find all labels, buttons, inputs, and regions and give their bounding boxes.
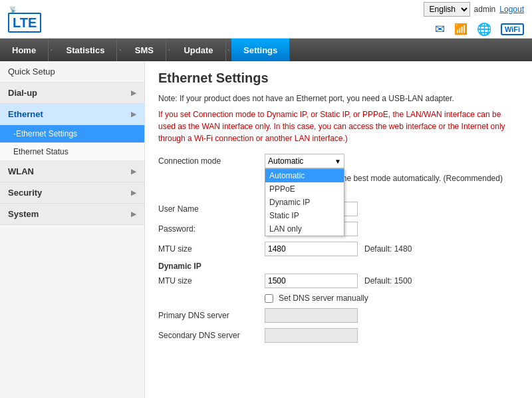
dynamic-ip-section-label: Dynamic IP bbox=[158, 262, 519, 271]
sidebar-label-ethernet: Ethernet bbox=[8, 109, 43, 119]
signal-icon: 📶 bbox=[454, 23, 467, 35]
sidebar-label-dial-up: Dial-up bbox=[8, 88, 37, 98]
top-bar: 📡 lte English admin Logout ✉ 📶 🌐 WiFi bbox=[0, 0, 532, 39]
top-icons: ✉ 📶 🌐 WiFi bbox=[435, 22, 524, 37]
chevron-right-icon-ethernet: ▶ bbox=[131, 110, 136, 118]
sidebar-item-dial-up[interactable]: Dial-up ▶ bbox=[0, 83, 144, 104]
chevron-right-icon: ▶ bbox=[131, 89, 136, 97]
nav-bar: Home · Statistics · SMS · Update · Setti… bbox=[0, 39, 532, 61]
top-right: English admin Logout ✉ 📶 🌐 WiFi bbox=[424, 2, 524, 37]
mtu-size-input[interactable]: 1480 bbox=[265, 242, 358, 256]
sidebar-label-quick-setup: Quick Setup bbox=[8, 67, 55, 77]
nav-sep-3: · bbox=[166, 39, 172, 61]
logout-link[interactable]: Logout bbox=[499, 5, 524, 14]
sidebar-label-wlan: WLAN bbox=[8, 166, 34, 176]
primary-dns-row: Primary DNS server bbox=[158, 308, 519, 323]
chevron-right-icon-system: ▶ bbox=[131, 210, 136, 218]
dropdown-option-static-ip[interactable]: Static IP bbox=[265, 209, 344, 222]
mtu-size-row: MTU size 1480 Default: 1480 bbox=[158, 242, 519, 256]
nav-sep-4: · bbox=[226, 39, 231, 61]
nav-sms[interactable]: SMS bbox=[123, 39, 166, 61]
nav-home[interactable]: Home bbox=[0, 39, 49, 61]
dropdown-option-automatic[interactable]: Automatic bbox=[265, 169, 344, 182]
language-select[interactable]: English bbox=[424, 2, 470, 17]
secondary-dns-input[interactable] bbox=[265, 328, 358, 343]
chevron-right-icon-wlan: ▶ bbox=[131, 168, 136, 175]
dropdown-option-pppoe[interactable]: PPPoE bbox=[265, 182, 344, 196]
sidebar-item-quick-setup[interactable]: Quick Setup bbox=[0, 61, 144, 83]
sidebar-item-ethernet-settings[interactable]: -Ethernet Settings bbox=[0, 125, 144, 143]
note-black: Note: If your product does not have an E… bbox=[158, 94, 519, 103]
dropdown-menu: Automatic PPPoE Dynamic IP Static IP LAN… bbox=[265, 168, 344, 236]
logo: lte bbox=[8, 13, 41, 33]
dns-checkbox[interactable] bbox=[265, 294, 273, 303]
wifi-icon[interactable]: WiFi bbox=[501, 23, 524, 35]
nav-statistics[interactable]: Statistics bbox=[55, 39, 118, 61]
logo-area: 📡 lte bbox=[8, 6, 41, 33]
secondary-dns-row: Secondary DNS server bbox=[158, 328, 519, 343]
mtu-default-hint: Default: 1480 bbox=[364, 244, 412, 254]
mail-icon[interactable]: ✉ bbox=[435, 22, 445, 37]
main-layout: Quick Setup Dial-up ▶ Ethernet ▶ -Ethern… bbox=[0, 61, 532, 398]
globe-icon[interactable]: 🌐 bbox=[477, 22, 491, 37]
mtu-default2-hint: Default: 1500 bbox=[364, 276, 412, 286]
sidebar-label-ethernet-settings: -Ethernet Settings bbox=[13, 129, 77, 138]
connection-mode-row: Connection mode Automatic ▼ Automatic PP… bbox=[158, 154, 519, 168]
mtu-size2-label: MTU size bbox=[158, 276, 265, 286]
sidebar-item-ethernet[interactable]: Ethernet ▶ bbox=[0, 104, 144, 125]
nav-sep-1: · bbox=[49, 39, 54, 61]
sidebar-item-ethernet-status[interactable]: Ethernet Status bbox=[0, 143, 144, 161]
sidebar-item-wlan[interactable]: WLAN ▶ bbox=[0, 161, 144, 182]
content-area: Ethernet Settings Note: If your product … bbox=[145, 61, 532, 398]
connection-mode-dropdown[interactable]: Automatic ▼ Automatic PPPoE Dynamic IP S… bbox=[265, 154, 344, 168]
dropdown-option-lan-only[interactable]: LAN only bbox=[265, 222, 344, 236]
mtu-size2-row: MTU size 1500 Default: 1500 bbox=[158, 274, 519, 288]
password-label: Password: bbox=[158, 224, 265, 234]
note-red: If you set Connection mode to Dynamic IP… bbox=[158, 108, 519, 144]
primary-dns-input[interactable] bbox=[265, 308, 358, 323]
primary-dns-label: Primary DNS server bbox=[158, 311, 265, 320]
secondary-dns-label: Secondary DNS server bbox=[158, 331, 265, 340]
sidebar: Quick Setup Dial-up ▶ Ethernet ▶ -Ethern… bbox=[0, 61, 145, 398]
sidebar-label-security: Security bbox=[8, 188, 42, 198]
dropdown-option-dynamic-ip[interactable]: Dynamic IP bbox=[265, 196, 344, 209]
dropdown-selected-value: Automatic bbox=[268, 156, 303, 166]
sidebar-item-security[interactable]: Security ▶ bbox=[0, 182, 144, 204]
username-label: User Name bbox=[158, 204, 265, 214]
connection-mode-label: Connection mode bbox=[158, 156, 265, 166]
mtu-size2-input[interactable]: 1500 bbox=[265, 274, 358, 288]
nav-update[interactable]: Update bbox=[172, 39, 225, 61]
nav-sep-2: · bbox=[117, 39, 122, 61]
nav-settings[interactable]: Settings bbox=[231, 39, 290, 61]
chevron-down-icon: ▼ bbox=[334, 158, 341, 165]
page-title: Ethernet Settings bbox=[158, 71, 519, 86]
sidebar-label-ethernet-status: Ethernet Status bbox=[13, 147, 68, 156]
admin-label: admin bbox=[474, 5, 496, 14]
chevron-right-icon-security: ▶ bbox=[131, 189, 136, 196]
sidebar-item-system[interactable]: System ▶ bbox=[0, 204, 144, 225]
dns-checkbox-label[interactable]: Set DNS server manually bbox=[279, 294, 368, 303]
dropdown-button[interactable]: Automatic ▼ bbox=[265, 154, 344, 168]
mtu-size-label: MTU size bbox=[158, 244, 265, 254]
dns-checkbox-row: Set DNS server manually bbox=[158, 294, 519, 303]
sidebar-label-system: System bbox=[8, 209, 39, 219]
